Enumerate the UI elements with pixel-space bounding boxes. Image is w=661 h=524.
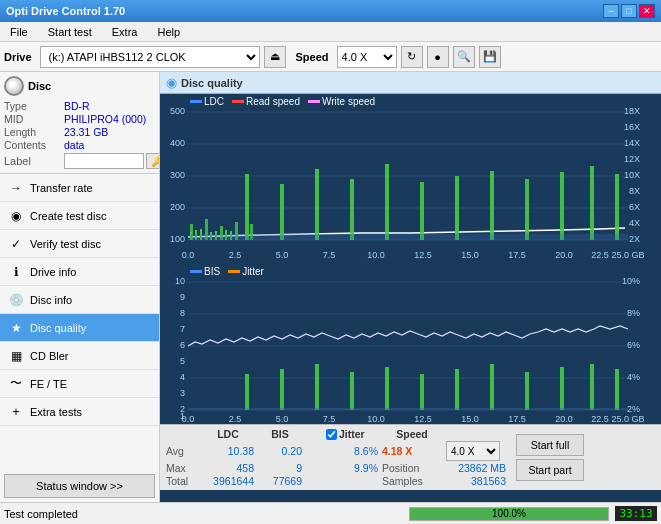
- length-label: Length: [4, 126, 62, 138]
- stats-max-jitter: 9.9%: [326, 462, 378, 474]
- disc-quality-title: Disc quality: [181, 77, 243, 89]
- svg-text:25.0 GB: 25.0 GB: [611, 414, 644, 424]
- read-speed-color: [232, 100, 244, 103]
- svg-text:10.0: 10.0: [367, 250, 385, 260]
- disc-quality-header: ◉ Disc quality: [160, 72, 661, 94]
- close-button[interactable]: ✕: [639, 4, 655, 18]
- svg-text:200: 200: [170, 202, 185, 212]
- contents-label: Contents: [4, 139, 62, 151]
- stats-position-val: 23862 MB: [446, 462, 506, 474]
- svg-text:5.0: 5.0: [276, 414, 289, 424]
- svg-text:6X: 6X: [629, 202, 640, 212]
- svg-text:4X: 4X: [629, 218, 640, 228]
- nav-fe-te[interactable]: 〜 FE / TE: [0, 370, 159, 398]
- speed-select[interactable]: 4.0 X: [337, 46, 397, 68]
- nav-disc-quality-label: Disc quality: [30, 322, 86, 334]
- stats-total-ldc: 3961644: [202, 475, 254, 487]
- nav-cd-bler-label: CD Bler: [30, 350, 69, 362]
- menu-file[interactable]: File: [4, 24, 34, 40]
- speed-setting-select[interactable]: 4.0 X: [446, 441, 500, 461]
- save-button[interactable]: 💾: [479, 46, 501, 68]
- svg-rect-36: [245, 174, 249, 240]
- start-full-button[interactable]: Start full: [516, 434, 584, 456]
- stats-grid: LDC BIS Jitter Speed Avg 10.38 0.20 8.6%…: [166, 428, 506, 487]
- stats-avg-speed: 4.18 X: [382, 445, 442, 457]
- ldc-chart: 18X 16X 14X 12X 10X 8X 6X 4X 2X 500 400 …: [160, 94, 650, 264]
- nav-create-test-disc[interactable]: ◉ Create test disc: [0, 202, 159, 230]
- eject-button[interactable]: ⏏: [264, 46, 286, 68]
- nav-disc-info[interactable]: 💿 Disc info: [0, 286, 159, 314]
- type-label: Type: [4, 100, 62, 112]
- nav-transfer-rate[interactable]: → Transfer rate: [0, 174, 159, 202]
- svg-text:8%: 8%: [627, 308, 640, 318]
- length-value: 23.31 GB: [64, 126, 108, 138]
- label-icon-btn[interactable]: 🔑: [146, 153, 160, 169]
- stats-col-speed: Speed: [382, 428, 442, 440]
- svg-text:4: 4: [180, 372, 185, 382]
- burn-button[interactable]: ●: [427, 46, 449, 68]
- nav-cd-bler[interactable]: ▦ CD Bler: [0, 342, 159, 370]
- svg-rect-37: [280, 184, 284, 240]
- status-window-button[interactable]: Status window >>: [4, 474, 155, 498]
- svg-text:10.0: 10.0: [367, 414, 385, 424]
- start-part-button[interactable]: Start part: [516, 459, 584, 481]
- bottom-bar: Test completed 100.0% 33:13: [0, 502, 661, 524]
- label-input[interactable]: [64, 153, 144, 169]
- svg-text:8X: 8X: [629, 186, 640, 196]
- svg-text:15.0: 15.0: [461, 414, 479, 424]
- svg-text:4%: 4%: [627, 372, 640, 382]
- legend-jitter-label: Jitter: [242, 266, 264, 277]
- cd-bler-icon: ▦: [8, 348, 24, 364]
- nav-transfer-rate-label: Transfer rate: [30, 182, 93, 194]
- bis-chart: 10% 8% 6% 4% 2% 10 9 8 7 6 5 4 3 2 1: [160, 264, 650, 424]
- stats-col-ldc: LDC: [202, 428, 254, 440]
- stats-avg-bis: 0.20: [258, 445, 302, 457]
- svg-text:0.0: 0.0: [182, 250, 195, 260]
- svg-text:18X: 18X: [624, 106, 640, 116]
- stats-total-bis: 77669: [258, 475, 302, 487]
- drive-select[interactable]: (k:) ATAPI iHBS112 2 CLOK: [40, 46, 260, 68]
- svg-rect-47: [615, 174, 619, 240]
- menu-starttest[interactable]: Start test: [42, 24, 98, 40]
- stats-section: LDC BIS Jitter Speed Avg 10.38 0.20 8.6%…: [160, 424, 661, 490]
- start-buttons: Start full Start part: [516, 434, 584, 481]
- disc-icon: [4, 76, 24, 96]
- svg-rect-93: [420, 374, 424, 410]
- nav-disc-quality[interactable]: ★ Disc quality: [0, 314, 159, 342]
- svg-text:100: 100: [170, 234, 185, 244]
- nav-drive-info[interactable]: ℹ Drive info: [0, 258, 159, 286]
- jitter-checkbox[interactable]: [326, 429, 337, 440]
- svg-text:7.5: 7.5: [323, 414, 336, 424]
- svg-text:10: 10: [175, 276, 185, 286]
- svg-text:14X: 14X: [624, 138, 640, 148]
- svg-text:6%: 6%: [627, 340, 640, 350]
- svg-text:20.0: 20.0: [555, 250, 573, 260]
- legend-ldc-label: LDC: [204, 96, 224, 107]
- svg-text:500: 500: [170, 106, 185, 116]
- stats-samples-val: 381563: [446, 475, 506, 487]
- menu-help[interactable]: Help: [151, 24, 186, 40]
- maximize-button[interactable]: □: [621, 4, 637, 18]
- extra-tests-icon: +: [8, 404, 24, 420]
- progress-label: 100.0%: [410, 508, 608, 520]
- refresh-button[interactable]: ↻: [401, 46, 423, 68]
- legend-read-speed: Read speed: [232, 96, 300, 107]
- nav-verify-test-disc[interactable]: ✓ Verify test disc: [0, 230, 159, 258]
- svg-text:10X: 10X: [624, 170, 640, 180]
- svg-text:15.0: 15.0: [461, 250, 479, 260]
- legend-jitter: Jitter: [228, 266, 264, 277]
- svg-text:22.5: 22.5: [591, 414, 609, 424]
- legend-bis-label: BIS: [204, 266, 220, 277]
- svg-text:0.0: 0.0: [182, 414, 195, 424]
- nav-verify-test-disc-label: Verify test disc: [30, 238, 101, 250]
- menu-extra[interactable]: Extra: [106, 24, 144, 40]
- nav-extra-tests[interactable]: + Extra tests: [0, 398, 159, 426]
- minimize-button[interactable]: −: [603, 4, 619, 18]
- svg-text:17.5: 17.5: [508, 414, 526, 424]
- jitter-color: [228, 270, 240, 273]
- titlebar: Opti Drive Control 1.70 − □ ✕: [0, 0, 661, 22]
- scan-button[interactable]: 🔍: [453, 46, 475, 68]
- stats-col-jitter: Jitter: [326, 428, 378, 440]
- drive-label: Drive: [4, 51, 32, 63]
- drive-info-icon: ℹ: [8, 264, 24, 280]
